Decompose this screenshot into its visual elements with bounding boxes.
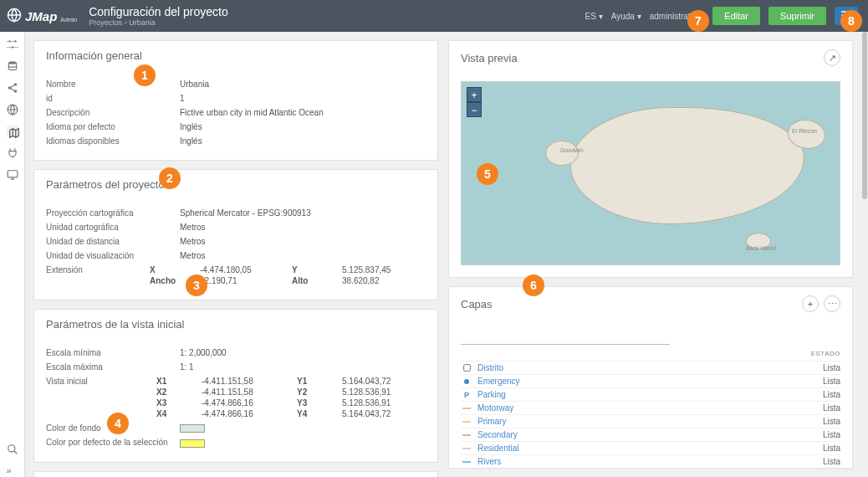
label-mapunit: Unidad cartográfica [46,223,180,232]
value-dispunit: Metros [180,251,426,260]
map-zoom-controls: + − [467,87,482,117]
layers-panel: Capas + ⋯ ESTADO Distrito Lista Emergenc… [448,286,853,469]
layers-title: Capas [461,298,493,310]
help-menu[interactable]: Ayuda ▾ [611,12,641,21]
language-menu[interactable]: ES ▾ [585,12,603,21]
annotation-7: 7 [687,10,709,32]
map-island-east [788,120,825,149]
svg-point-1 [8,40,10,42]
layer-row: Distrito Lista [461,361,840,374]
left-column: Información general NombreUrbania id1 De… [33,40,438,469]
sidebar-map-icon[interactable] [7,126,18,137]
logo-icon [7,8,22,24]
layer-icon [461,421,472,423]
label-dispunit: Unidad de visualización [46,251,180,260]
sidebar-settings-icon[interactable] [7,38,18,50]
layer-icon [461,364,472,372]
scrollbar[interactable] [861,32,868,477]
logo[interactable]: JMap Admin [7,8,77,24]
breadcrumb: Proyectos › Urbania [89,18,228,27]
svg-point-4 [8,61,16,64]
layer-name[interactable]: Parking [477,390,506,399]
layer-icon: P [461,391,472,399]
layer-name[interactable]: Rivers [477,457,501,466]
layer-status: Lista [823,403,840,413]
topbar: JMap Admin Configuración del proyecto Pr… [0,0,868,32]
annotation-8: 8 [840,10,862,32]
annotation-4: 4 [107,413,129,434]
layer-icon [461,408,472,409]
general-info-title: Información general [34,41,437,70]
layer-icon [461,379,472,384]
annotation-6: 6 [523,274,544,296]
project-params-panel: Parámetros del proyecto Proyección carto… [33,169,438,300]
svg-point-10 [8,445,14,452]
layer-row: Primary Lista [461,414,840,428]
initview-table: X1-4.411.151,58Y15.164.043,72X2-4.411.15… [156,377,426,418]
layer-more-button[interactable]: ⋯ [824,295,840,312]
layer-row: Rivers Lista [461,454,840,468]
add-layer-button[interactable]: + [802,295,819,312]
breadcrumb-root[interactable]: Proyectos [89,18,122,27]
edit-button[interactable]: Editar [712,7,760,25]
preview-panel: Vista previa ↗ + − Goodwin El Rincon Bac… [448,40,853,278]
main-content: Información general NombreUrbania id1 De… [25,32,861,477]
sidebar-globe-icon[interactable] [7,104,18,115]
label-distunit: Unidad de distancia [46,237,180,246]
sidebar-db-icon[interactable] [7,60,18,72]
layers-status-header: ESTADO [811,350,840,357]
layer-status: Lista [823,417,840,426]
project-params-title: Parámetros del proyecto [34,170,437,199]
bgcolor-swatch [180,424,205,433]
sidebar-search-icon[interactable] [7,444,18,455]
value-minscale: 1: 2,000,000 [180,348,426,357]
label-desc: Descripción [46,108,180,117]
annotation-3: 3 [186,274,207,296]
preview-open-button[interactable]: ↗ [824,49,840,66]
layers-search-input[interactable] [461,327,670,345]
layer-name[interactable]: Secondary [477,430,518,439]
sidebar-share-icon[interactable] [7,82,18,94]
sidebar: » [0,32,25,477]
sidebar-monitor-icon[interactable] [7,169,18,181]
annotation-2: 2 [159,167,181,189]
map-island-west [545,141,579,166]
label-maxscale: Escala máxima [46,362,180,372]
references-panel: Referencias ⌄ [33,471,438,477]
value-id: 1 [180,94,426,103]
map-preview[interactable]: + − Goodwin El Rincon Back Island [461,81,840,265]
svg-rect-9 [8,171,18,177]
layer-name[interactable]: Motorway [477,403,513,413]
logo-subtext: Admin [60,17,77,23]
zoom-out-button[interactable]: − [467,102,482,117]
layer-row: Residential Lista [461,441,840,454]
value-proj: Spherical Mercator - EPSG:900913 [180,208,426,218]
layer-icon [461,448,472,449]
page-title: Configuración del proyecto [89,5,228,18]
view-params-panel: Parámetros de la vista inicial Escala mí… [33,309,438,463]
value-maxscale: 1: 1 [180,362,426,372]
layer-row: Bâtiment Lista [461,468,840,469]
svg-point-7 [13,90,17,93]
delete-button[interactable]: Suprimir [768,7,826,25]
layer-status: Lista [823,377,840,386]
map-island-main [570,107,804,224]
right-column: Vista previa ↗ + − Goodwin El Rincon Bac… [448,40,853,469]
value-name: Urbania [180,80,426,89]
layer-row: Motorway Lista [461,401,840,414]
layer-name[interactable]: Emergency [477,377,520,386]
sidebar-expand-icon[interactable]: » [7,465,18,477]
scrollbar-thumb[interactable] [862,32,867,199]
layers-header: ESTADO [461,348,840,361]
value-deflang: Inglés [180,122,426,131]
top-right: ES ▾ Ayuda ▾ administrator ▾ Editar Supr… [585,7,858,25]
title-block: Configuración del proyecto Proyectos › U… [89,5,228,27]
layer-name[interactable]: Primary [477,417,506,426]
selcolor-swatch [180,439,205,448]
value-avlang: Inglés [180,136,426,146]
zoom-in-button[interactable]: + [467,87,482,102]
layer-row: Emergency Lista [461,374,840,387]
layer-name[interactable]: Distrito [477,363,503,372]
layer-name[interactable]: Residential [477,444,518,453]
sidebar-plug-icon[interactable] [7,147,18,159]
